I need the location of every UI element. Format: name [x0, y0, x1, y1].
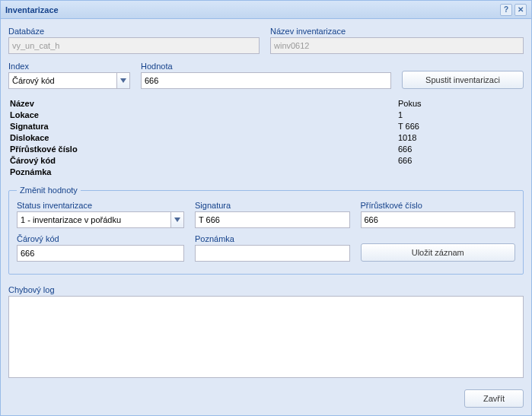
barcode-input[interactable]: [17, 245, 184, 262]
footer: Zavřít: [8, 383, 524, 408]
help-button[interactable]: ?: [500, 4, 512, 16]
detail-value: [398, 167, 522, 178]
database-label: Databáze: [8, 27, 260, 36]
detail-value: 666: [398, 155, 522, 167]
close-button[interactable]: Zavřít: [464, 389, 524, 408]
detail-value: T 666: [398, 121, 522, 132]
titlebar: Inventarizace ? ✕: [1, 1, 531, 19]
detail-value: 1018: [398, 132, 522, 144]
window-body: Databáze Název inventarizace Index Hodno…: [1, 19, 531, 415]
close-icon[interactable]: ✕: [514, 4, 527, 16]
detail-label: Poznámka: [10, 167, 398, 178]
inventory-window: Inventarizace ? ✕ Databáze Název inventa…: [0, 0, 532, 416]
detail-label: Přírůstkové číslo: [10, 144, 398, 155]
inventory-name-label: Název inventarizace: [270, 27, 524, 36]
edit-values-group: Změnit hodnoty Status inventarizace Sign…: [8, 186, 524, 275]
detail-value: Pokus: [398, 98, 522, 110]
index-combo[interactable]: [8, 72, 130, 89]
detail-label: Dislokace: [10, 132, 398, 144]
detail-value: 1: [398, 110, 522, 121]
status-combo[interactable]: [17, 211, 184, 228]
detail-label: Čárový kód: [10, 155, 398, 167]
index-label: Index: [8, 62, 130, 71]
detail-label: Signatura: [10, 121, 398, 132]
note-label: Poznámka: [195, 234, 350, 243]
detail-label: Název: [10, 98, 398, 110]
details-panel: Název Pokus Lokace 1 Signatura T 666 Dis…: [8, 98, 524, 178]
status-combo-input[interactable]: [17, 211, 184, 228]
signature-input[interactable]: [195, 211, 350, 228]
signature-label: Signatura: [195, 201, 350, 210]
note-input[interactable]: [195, 245, 350, 262]
detail-value: 666: [398, 144, 522, 155]
chevron-down-icon[interactable]: [170, 211, 184, 228]
value-label: Hodnota: [141, 62, 391, 71]
error-log-label: Chybový log: [8, 285, 524, 294]
index-combo-input[interactable]: [8, 72, 130, 89]
database-input: [8, 37, 260, 54]
value-input[interactable]: [141, 72, 391, 89]
window-title: Inventarizace: [5, 5, 498, 14]
accession-input[interactable]: [361, 211, 516, 228]
barcode-label: Čárový kód: [17, 234, 184, 243]
save-record-button[interactable]: Uložit záznam: [361, 243, 516, 262]
accession-label: Přírůstkové číslo: [361, 201, 516, 210]
inventory-name-input: [270, 37, 524, 54]
detail-label: Lokace: [10, 110, 398, 121]
start-inventory-button[interactable]: Spustit inventarizaci: [402, 71, 524, 89]
chevron-down-icon[interactable]: [116, 72, 130, 89]
error-log-textarea[interactable]: [8, 296, 524, 378]
status-label: Status inventarizace: [17, 201, 184, 210]
edit-values-legend: Změnit hodnoty: [17, 186, 81, 195]
